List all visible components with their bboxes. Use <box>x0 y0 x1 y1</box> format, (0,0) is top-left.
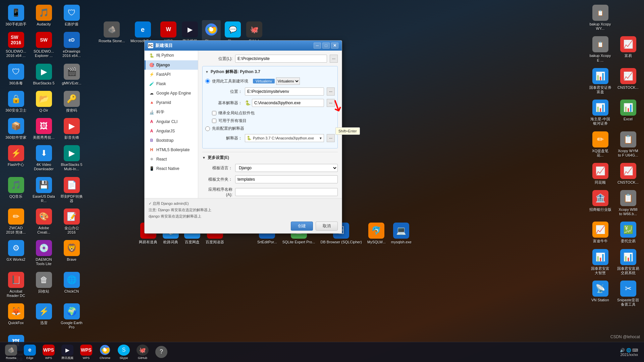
taskbar-chrome[interactable]: Chrome <box>97 344 113 361</box>
icon-vnstation[interactable]: 📡 VN Station <box>588 279 613 308</box>
icon-cnstock2[interactable]: 📈 CNSTOCK... <box>615 162 641 186</box>
icon-solidworks[interactable]: SW2016 SOLIDWO... 2016 x64 ... <box>3 31 29 59</box>
location-input[interactable] <box>235 55 327 63</box>
icon-rosetta[interactable]: 🪨 Rosetta Stone... <box>97 20 126 45</box>
venv-browse-button[interactable]: ··· <box>327 87 335 96</box>
project-type-react-native[interactable]: 📱 React Native <box>145 164 198 173</box>
icon-jinshan[interactable]: 📝 金山办公 2016 <box>59 207 84 236</box>
icon-edrawings[interactable]: eD eDrawings 2016 x64... <box>59 31 84 59</box>
icon-bakupWY[interactable]: 📋 bakup Xcopy WY... <box>588 3 613 32</box>
icon-weituo[interactable]: 💹 委托交易 <box>615 220 641 245</box>
minimize-button[interactable]: ─ <box>314 43 321 49</box>
new-env-radio[interactable] <box>205 79 210 83</box>
icon-futuniuniu[interactable]: 📈 富途牛牛 <box>588 220 613 245</box>
taskbar-rosetta[interactable]: 🪨 Rosetta <box>3 344 19 361</box>
dialog-left-panel: 🐍 纯 Python 🎯 Django ⚡ FastAPI 🧪 Flask <box>145 51 198 198</box>
template-lang-select[interactable]: Django <box>235 164 338 172</box>
app-name-input[interactable] <box>235 188 338 196</box>
icon-bluestacks5[interactable]: ▶ BlueStacks 5 Multi-In... <box>59 144 84 173</box>
icon-tonghua[interactable]: 📈 同花顺 <box>588 162 613 186</box>
cancel-button[interactable]: 取消 <box>316 222 338 231</box>
virtualenv-select[interactable]: Virtualenv <box>276 77 300 85</box>
icon-cnstock[interactable]: 📈 CNSTOCK... <box>615 67 641 96</box>
icon-snipaste[interactable]: ✂ Snipaste亚宿备置工具 <box>615 279 641 308</box>
maximize-button[interactable]: □ <box>322 43 330 49</box>
taskbar-unknown[interactable]: ? <box>153 344 170 361</box>
icon-qdir[interactable]: 📂 Q-Dir <box>31 89 56 114</box>
icon-4kvideo[interactable]: ⬇ 4K Video Downloader <box>31 144 56 173</box>
base-interpreter-input[interactable] <box>252 99 324 107</box>
icon-brave[interactable]: 🦁 Brave <box>59 239 84 267</box>
project-type-angularjs[interactable]: A AngularJS <box>145 126 198 136</box>
taskbar-tencent[interactable]: ▶ 腾讯视频 <box>59 344 76 361</box>
icon-bakupE2[interactable]: 📋 bakup Xcopy E ... <box>588 35 613 64</box>
project-type-react[interactable]: ⚛ React <box>145 155 198 164</box>
icon-xq[interactable]: ✏ XQ提盘笔花... <box>588 130 613 159</box>
icon-mysql[interactable]: 🐬 MySQLW... <box>366 221 387 246</box>
existing-interp-radio[interactable] <box>205 126 210 131</box>
icon-daemon[interactable]: 💿 DAEMON Tools Lite <box>31 239 56 267</box>
icon-fuyi[interactable]: 📈 富易 <box>615 35 641 64</box>
icon-mysqlsh[interactable]: 💻 mysqlsh.exe <box>390 221 413 246</box>
icon-360safe[interactable]: 🛡 360杀毒 <box>3 62 29 87</box>
icon-huishou[interactable]: 🗑 回收站 <box>31 270 56 299</box>
icon-360phone[interactable]: 📱 360手机助手 <box>3 3 29 28</box>
icon-googleearth[interactable]: 🌍 Google Earth Pro <box>59 302 84 331</box>
create-button[interactable]: 创建 <box>291 222 313 231</box>
icon-audacity[interactable]: 🎵 Audacity <box>31 3 56 28</box>
project-type-google-app[interactable]: ☁ Google App Engine <box>145 88 198 98</box>
icon-pdf[interactable]: 📄 即刻PDF转换器 <box>59 176 84 204</box>
icon-zhaohang[interactable]: 🏦 招商银行业版 <box>588 189 613 218</box>
venv-location-input[interactable] <box>245 87 324 96</box>
interpreter-settings-button[interactable]: ··· <box>327 134 335 142</box>
icon-gmkvextra[interactable]: 🎬 gMKVExtr... <box>59 62 84 87</box>
icon-guotaifuyi[interactable]: 📊 国泰君安富易交易系统 <box>615 248 641 277</box>
icon-zwcad[interactable]: ✏ ZWCAD 2018 简体... <box>3 207 29 236</box>
project-type-pure-python[interactable]: 🐍 纯 Python <box>145 51 198 60</box>
project-type-django[interactable]: 🎯 Django <box>145 60 198 70</box>
icon-qq[interactable]: 🎵 QQ音乐 <box>3 176 29 204</box>
icon-chickCN[interactable]: 🌐 ChickCN <box>59 270 84 299</box>
icon-guotai[interactable]: 📊 国泰君安证券 富盘 <box>588 67 613 96</box>
desktop-icons-right: 📋 bakup Xcopy WY... 📋 bakup Xcopy E ... … <box>588 3 641 308</box>
icon-excel[interactable]: 📊 Excel <box>615 98 641 127</box>
inherit-checkbox[interactable] <box>212 111 216 115</box>
project-type-html5bp[interactable]: H HTML5 Boilerplate <box>145 145 198 155</box>
icon-meimap[interactable]: 🖼 美图秀秀批... <box>31 117 56 141</box>
icon-360antivirus[interactable]: 🔒 360安全卫士 <box>3 89 29 114</box>
project-type-flask[interactable]: 🧪 Flask <box>145 79 198 88</box>
icon-solidworks2[interactable]: SW SOLIDWO... Explorer ... <box>31 31 56 59</box>
icon-yingyin[interactable]: ▶ 影音先锋 <box>59 117 84 141</box>
project-type-science[interactable]: 🔬 科学 <box>145 107 198 117</box>
taskbar-wps2[interactable]: WPS WPS <box>78 344 95 361</box>
project-type-angular-cli[interactable]: A Angular CLI <box>145 117 198 126</box>
icon-guotaida[interactable]: 📊 国泰君安富 大智慧 <box>588 248 613 277</box>
icon-quickfox[interactable]: 🦊 QuickFox <box>3 302 29 331</box>
icon-haixing[interactable]: 📊 海主星-中国银河证券 <box>588 98 613 127</box>
taskbar-msedge[interactable]: e Edge <box>21 344 38 361</box>
interpreter-value: Python 3.7 C:\Anaconda3\python.exe <box>253 136 314 140</box>
template-folder-input[interactable] <box>235 175 338 183</box>
icon-xcopyWYM[interactable]: 📋 Xcopy WYM to F U64G... <box>615 130 641 159</box>
icon-flash[interactable]: ⚡ Flash中心 <box>3 144 29 173</box>
icon-bluestacks[interactable]: ▶ BlueStacks 5 <box>31 62 56 87</box>
icon-xundian[interactable]: ⚡ 迅雷 <box>31 302 56 331</box>
taskbar-skype[interactable]: S Skype <box>115 344 132 361</box>
project-type-bootstrap[interactable]: B Bootstrap <box>145 136 198 145</box>
project-type-pyramid[interactable]: 🔺 Pyramid <box>145 98 198 107</box>
icon-acrobat[interactable]: 📕 Acrobat Reader DC <box>3 270 29 299</box>
close-button[interactable]: ✕ <box>331 43 338 49</box>
icon-elu[interactable]: 🛡 E路护盾 <box>59 3 84 28</box>
taskbar-github[interactable]: 🐙 GitHub <box>134 344 151 361</box>
all-projects-checkbox[interactable] <box>212 119 216 123</box>
icon-gx[interactable]: ⚙ GX Works2 <box>3 239 29 267</box>
icon-easeus[interactable]: 💾 EaseUS Data R... <box>31 176 56 204</box>
icon-xcopyW88[interactable]: 📋 Xcopy W88 to W66.b... <box>615 189 641 218</box>
icon-adobe[interactable]: 🎨 Adobe Creati... <box>31 207 56 236</box>
icon-360helper[interactable]: 📦 360软件管家 <box>3 117 29 141</box>
icon-password[interactable]: 🔑 搜密码 <box>59 89 84 114</box>
project-type-fastapi[interactable]: ⚡ FastAPI <box>145 70 198 79</box>
location-browse-button[interactable]: ··· <box>330 55 338 63</box>
pure-python-icon: 🐍 <box>149 53 154 58</box>
taskbar-wps[interactable]: WPS WPS <box>40 344 57 361</box>
